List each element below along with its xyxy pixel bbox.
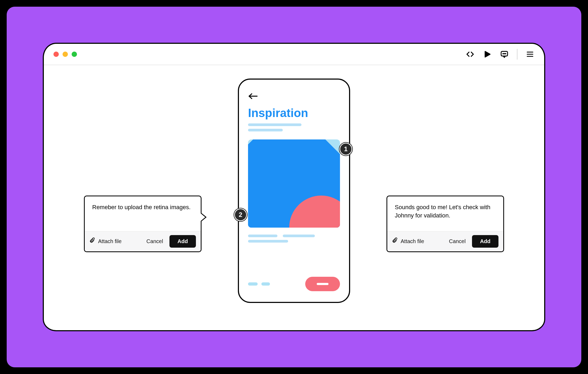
traffic-lights: [53, 52, 77, 57]
skeleton-line: [248, 123, 301, 126]
hotspot-1-label: 1: [344, 145, 347, 153]
back-arrow-icon[interactable]: [248, 92, 340, 101]
window-minimize-icon[interactable]: [63, 52, 68, 57]
hotspot-1[interactable]: 1: [339, 143, 352, 155]
cta-label-placeholder: [317, 283, 328, 285]
dot: [261, 282, 270, 286]
menu-icon[interactable]: [525, 50, 535, 59]
dot: [248, 282, 258, 286]
paperclip-icon: [392, 237, 398, 246]
skeleton-line: [248, 240, 288, 243]
comment-text[interactable]: Remeber to upload the retina images.: [85, 196, 201, 231]
skeleton-line: [283, 235, 315, 237]
add-button[interactable]: Add: [472, 235, 498, 248]
app-window: Inspiration: [43, 43, 545, 331]
paperclip-icon: [90, 237, 95, 246]
hotspot-2-label: 2: [239, 211, 242, 219]
pagination-dots: [248, 282, 270, 286]
attach-file-label: Attach file: [401, 238, 424, 244]
svg-point-3: [504, 53, 505, 54]
hero-image: [248, 139, 340, 228]
comment-footer: Attach file Cancel Add: [85, 231, 201, 251]
skeleton-line: [248, 235, 277, 237]
canvas: Inspiration: [44, 65, 544, 330]
cta-button[interactable]: [305, 277, 340, 291]
code-icon[interactable]: [466, 50, 475, 59]
comment-footer: Attach file Cancel Add: [387, 231, 503, 251]
window-zoom-icon[interactable]: [72, 52, 77, 57]
phone-bottom-bar: [248, 277, 340, 291]
toolbar: [466, 49, 535, 60]
toolbar-divider: [517, 49, 517, 60]
attach-file-label: Attach file: [98, 238, 122, 244]
cancel-button[interactable]: Cancel: [142, 236, 167, 247]
comment-text[interactable]: Sounds good to me! Let's check with John…: [387, 196, 503, 231]
comment-card-left: Remeber to upload the retina images. Att…: [84, 196, 202, 252]
skeleton-line: [248, 129, 283, 131]
attach-file-button[interactable]: Attach file: [90, 237, 122, 246]
phone-title: Inspiration: [248, 106, 340, 120]
comment-card-right: Sounds good to me! Let's check with John…: [386, 196, 504, 252]
svg-marker-0: [485, 51, 490, 57]
hotspot-2[interactable]: 2: [234, 208, 247, 221]
svg-point-4: [505, 53, 506, 54]
titlebar: [44, 44, 544, 65]
play-icon[interactable]: [483, 50, 492, 59]
svg-point-2: [503, 53, 503, 54]
phone-mockup: Inspiration: [238, 79, 350, 303]
purple-background: Inspiration: [7, 7, 581, 367]
black-frame: Inspiration: [0, 0, 588, 374]
cancel-button[interactable]: Cancel: [445, 236, 470, 247]
comment-icon[interactable]: [500, 50, 509, 59]
add-button[interactable]: Add: [169, 235, 196, 248]
attach-file-button[interactable]: Attach file: [392, 237, 424, 246]
window-close-icon[interactable]: [53, 52, 59, 57]
